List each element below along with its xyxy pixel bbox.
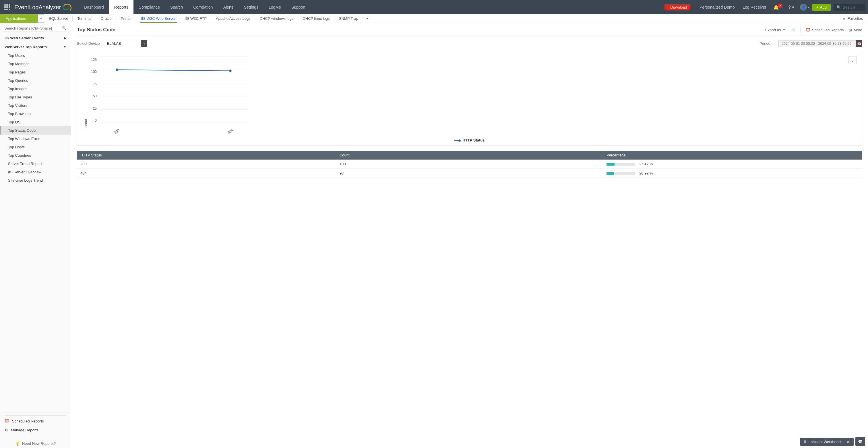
chevron-down-icon: ▼: [783, 28, 785, 31]
global-search-input[interactable]: [843, 5, 860, 9]
subnav-tab-printer[interactable]: Printer: [116, 14, 136, 23]
chart-legend: HTTP Status: [83, 128, 856, 142]
search-icon: 🔍: [836, 5, 841, 9]
topnav-settings[interactable]: Settings: [239, 0, 264, 14]
search-icon: 🔍: [62, 26, 67, 30]
apps-grid-icon[interactable]: [0, 0, 14, 14]
chevron-right-icon: ▶: [64, 36, 66, 40]
export-as-dropdown[interactable]: Export as▼: [765, 28, 785, 32]
page-title: Top Status Code: [77, 27, 115, 33]
tree-item-top-os[interactable]: Top OS: [0, 118, 71, 126]
search-reports-input[interactable]: [4, 26, 62, 30]
favorites-link[interactable]: ★Favorites: [837, 14, 868, 23]
topnav-alerts[interactable]: Alerts: [218, 0, 239, 14]
subnav-tab-snmp-trap[interactable]: SNMP Trap: [334, 14, 363, 23]
brand-name-strong: Analyzer: [39, 4, 61, 11]
tree-item-top-countries[interactable]: Top Countries: [0, 151, 71, 160]
chat-button[interactable]: 💬: [856, 437, 865, 446]
applications-button[interactable]: Applications: [0, 14, 38, 23]
subnav-tab-terminal[interactable]: Terminal: [73, 14, 96, 23]
tree-item-top-windows-errors[interactable]: Top Windows Errors: [0, 135, 71, 143]
chat-icon: 💬: [858, 439, 863, 444]
y-tick: 100: [89, 70, 97, 74]
help-icon[interactable]: ? ▾: [785, 5, 797, 10]
more-button[interactable]: ⊞More: [849, 28, 862, 32]
more-icon: ⊞: [849, 28, 852, 32]
section-iis-web-server-events[interactable]: IIS Web Server Events ▶: [0, 34, 71, 42]
topnav-compliance[interactable]: Compliance: [133, 0, 165, 14]
tree-item-top-status-code[interactable]: Top Status Code: [0, 126, 71, 135]
y-tick: 50: [89, 94, 97, 98]
topnav-support[interactable]: Support: [286, 0, 311, 14]
col-count[interactable]: Count: [336, 151, 603, 160]
topnav-correlation[interactable]: Correlation: [188, 0, 218, 14]
personalized-demo-link[interactable]: Personalized Demo: [695, 5, 739, 9]
search-reports-box[interactable]: 🔍: [2, 25, 69, 32]
tree-item-site-wise-logs-trend[interactable]: Site-wise Logs Trend: [0, 176, 71, 185]
manage-reports-link[interactable]: ⚙Manage Reports: [5, 426, 66, 435]
device-select[interactable]: ELALAB: [104, 40, 141, 47]
svg-point-0: [116, 69, 118, 71]
notifications-icon[interactable]: 🔔2: [770, 5, 785, 10]
calendar-icon: 📅: [857, 42, 861, 45]
brand-logo[interactable]: EventLog Analyzer: [14, 0, 73, 14]
section-webserver-top-reports[interactable]: WebServer Top Reports ▼: [0, 42, 71, 52]
tree-item-top-browsers[interactable]: Top Browsers: [0, 109, 71, 118]
subnav-tab-dhcp-windows-logs[interactable]: DHCP windows logs: [255, 14, 298, 23]
subnav-tab-apache-access-logs[interactable]: Apache Access Logs: [211, 14, 255, 23]
chart-options-toggle[interactable]: ⌄: [848, 57, 857, 64]
subnav-tab-dhcp-linux-logs[interactable]: DHCP linux logs: [298, 14, 334, 23]
subnav-tab-iis-w3c-web-server[interactable]: IIS W3C Web Server: [136, 14, 180, 23]
tree-item-top-pages[interactable]: Top Pages: [0, 68, 71, 76]
user-menu[interactable]: 👤▾: [797, 4, 812, 11]
y-tick: 125: [89, 58, 97, 62]
avatar-icon: 👤: [800, 4, 807, 11]
topnav-dashboard[interactable]: Dashboard: [79, 0, 109, 14]
gear-icon: ⚙: [5, 428, 8, 432]
period-input[interactable]: 2024-05-01 00:00:00 - 2024-05-30 23:59:5…: [778, 40, 856, 47]
close-icon[interactable]: ✕: [845, 440, 851, 444]
notification-count: 2: [778, 3, 782, 8]
add-device-button[interactable]: +: [141, 40, 147, 47]
col-percentage[interactable]: Percentage: [603, 151, 862, 160]
topnav-search[interactable]: Search: [165, 0, 188, 14]
calendar-button[interactable]: 📅: [856, 40, 862, 47]
incident-workbench-bar[interactable]: 🖥 Incident Workbench ✕: [800, 438, 854, 446]
global-search[interactable]: 🔍: [834, 4, 865, 11]
scheduled-reports-link[interactable]: ⏰Scheduled Reports: [5, 417, 66, 426]
scheduled-reports-button[interactable]: ⏰Scheduled Reports: [806, 28, 844, 32]
clock-icon: ⏰: [5, 419, 9, 423]
export-settings-icon[interactable]: 📄: [790, 28, 795, 32]
table-row[interactable]: 4049826.92 %: [77, 169, 862, 178]
topnav-logme[interactable]: LogMe: [264, 0, 286, 14]
table-row[interactable]: 20010027.47 %: [77, 160, 862, 169]
tree-item-top-users[interactable]: Top Users: [0, 52, 71, 60]
tree-item-top-methods[interactable]: Top Methods: [0, 60, 71, 68]
tree-item-top-hosts[interactable]: Top Hosts: [0, 143, 71, 151]
logo-swirl-icon: [62, 3, 70, 11]
y-axis-label: Count: [83, 57, 89, 128]
tree-item-top-images[interactable]: Top Images: [0, 85, 71, 93]
subnav-tab-oracle[interactable]: Oracle: [96, 14, 116, 23]
applications-dropdown[interactable]: ▼: [38, 14, 44, 23]
subnav-more[interactable]: ▾: [363, 14, 372, 23]
subnav-tab-sql-server[interactable]: SQL Server: [44, 14, 73, 23]
tree-item-top-file-types[interactable]: Top File Types: [0, 93, 71, 101]
y-tick: 25: [89, 106, 97, 110]
plus-icon: +: [816, 5, 818, 9]
need-new-reports[interactable]: 💡Need New Reports?: [0, 437, 71, 448]
subnav-tab-iis-w3c-ftp[interactable]: IIS W3C FTP: [180, 14, 212, 23]
tree-item-top-visitors[interactable]: Top Visitors: [0, 101, 71, 109]
col-http-status[interactable]: HTTP Status: [77, 151, 336, 160]
tree-item-server-trend-report[interactable]: Server Trend Report: [0, 160, 71, 168]
add-button[interactable]: +Add: [812, 4, 831, 11]
log-receiver-link[interactable]: Log Receiver: [739, 5, 770, 9]
tree-item-iis-server-overview[interactable]: IIS Server Overview: [0, 168, 71, 176]
tree-item-top-queries[interactable]: Top Queries: [0, 76, 71, 85]
lightbulb-icon: 💡: [15, 441, 20, 446]
chevron-down-icon: ⌄: [851, 58, 854, 63]
star-icon: ★: [842, 17, 846, 21]
topnav-reports[interactable]: Reports: [109, 0, 133, 14]
legend-label: HTTP Status: [462, 138, 485, 142]
download-button[interactable]: Download: [664, 4, 690, 10]
